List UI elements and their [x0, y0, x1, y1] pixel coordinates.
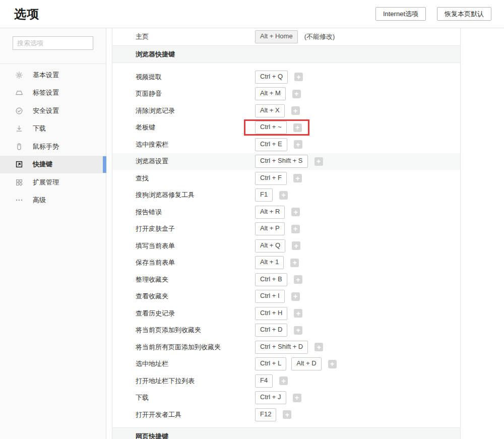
- sidebar-item-3[interactable]: 下载: [0, 120, 106, 138]
- add-shortcut-button[interactable]: +: [291, 292, 300, 301]
- shortcut-key-badge[interactable]: Alt + R: [255, 206, 285, 219]
- shortcut-row: 将当前页添加到收藏夹Ctrl + D+: [112, 322, 460, 339]
- shortcut-row: 打开开发者工具F12+: [112, 406, 460, 423]
- add-shortcut-button[interactable]: +: [294, 309, 302, 318]
- header-buttons: Internet选项 恢复本页默认: [375, 7, 491, 21]
- shortcut-key-badge[interactable]: Ctrl + Q: [255, 71, 288, 84]
- shortcut-arrow-icon: [15, 160, 23, 168]
- sidebar-item-0[interactable]: 基本设置: [0, 66, 106, 84]
- add-shortcut-button[interactable]: +: [294, 73, 303, 81]
- sidebar-item-7[interactable]: 高级: [0, 192, 106, 210]
- shortcut-key-badge[interactable]: F4: [255, 374, 273, 388]
- shortcut-row: 填写当前表单Alt + Q+: [112, 237, 460, 255]
- add-shortcut-button[interactable]: +: [293, 174, 302, 182]
- add-shortcut-button[interactable]: +: [293, 394, 301, 402]
- shortcut-label: 浏览器设置: [136, 157, 255, 166]
- sidebar-item-label: 标签设置: [33, 88, 59, 97]
- shortcut-key-badge[interactable]: Ctrl + ~: [255, 121, 287, 134]
- shortcut-key-badge[interactable]: Alt + Q: [255, 239, 285, 253]
- add-shortcut-button[interactable]: +: [314, 343, 323, 351]
- sidebar-menu: 基本设置标签设置安全设置下载鼠标手势快捷键扩展管理高级: [0, 64, 106, 209]
- shortcut-label: 搜狗浏览器修复工具: [136, 191, 255, 200]
- shortcut-row: 整理收藏夹Ctrl + B+: [112, 271, 460, 288]
- shortcut-label: 将当前所有页面添加到收藏夹: [136, 343, 255, 352]
- shortcut-key-badge[interactable]: F12: [255, 408, 276, 421]
- shortcut-key-badge[interactable]: Alt + M: [255, 87, 286, 100]
- sidebar-item-label: 快捷键: [33, 160, 52, 169]
- sidebar-search-area: [0, 28, 106, 64]
- add-shortcut-button[interactable]: +: [291, 208, 300, 216]
- shortcut-label: 将当前页添加到收藏夹: [136, 326, 255, 335]
- add-shortcut-button[interactable]: +: [290, 259, 299, 267]
- shortcut-key-badge[interactable]: Alt + 1: [255, 256, 284, 269]
- sidebar-item-2[interactable]: 安全设置: [0, 102, 106, 120]
- sidebar-item-label: 下载: [33, 124, 46, 133]
- add-shortcut-button[interactable]: +: [292, 241, 300, 250]
- ellipsis-icon: [15, 196, 23, 204]
- shortcut-key-badge[interactable]: Ctrl + D: [255, 324, 287, 337]
- section-header-web-shortcuts: 网页快捷键: [112, 427, 460, 439]
- shortcut-key-badge[interactable]: Alt + P: [255, 222, 285, 235]
- shortcut-row: 搜狗浏览器修复工具F1+: [112, 187, 460, 204]
- page-header: 选项 Internet选项 恢复本页默认: [0, 0, 504, 28]
- mouse-icon: [15, 143, 23, 151]
- add-shortcut-button[interactable]: +: [279, 377, 288, 385]
- add-shortcut-button[interactable]: +: [279, 191, 288, 200]
- sidebar-item-label: 安全设置: [33, 106, 59, 115]
- shortcut-label: 视频提取: [136, 73, 255, 82]
- shortcut-label: 查看收藏夹: [136, 292, 255, 301]
- shortcut-key-badge[interactable]: F1: [255, 189, 273, 202]
- gear-icon: [15, 71, 23, 79]
- add-shortcut-button[interactable]: +: [292, 90, 301, 98]
- shortcut-key-badge[interactable]: Ctrl + E: [255, 138, 287, 151]
- sidebar-item-4[interactable]: 鼠标手势: [0, 138, 106, 156]
- shortcut-label: 打开地址栏下拉列表: [136, 377, 255, 386]
- shortcut-row: 下载Ctrl + J+: [112, 390, 460, 407]
- sidebar-item-6[interactable]: 扩展管理: [0, 173, 106, 192]
- shortcut-label: 报告错误: [136, 208, 255, 217]
- add-shortcut-button[interactable]: +: [293, 123, 302, 132]
- sidebar-item-label: 基本设置: [33, 71, 59, 80]
- section-header-browser-shortcuts: 浏览器快捷键: [112, 45, 460, 63]
- shortcut-label: 页面静音: [136, 89, 255, 98]
- page-title: 选项: [14, 6, 39, 22]
- add-shortcut-button[interactable]: +: [328, 360, 337, 368]
- add-shortcut-button[interactable]: +: [291, 106, 300, 115]
- internet-options-button[interactable]: Internet选项: [375, 7, 426, 21]
- shortcut-row: 页面静音Alt + M+: [112, 86, 460, 103]
- sidebar-item-label: 扩展管理: [33, 178, 59, 187]
- shortcut-label: 选中搜索栏: [136, 140, 255, 149]
- add-shortcut-button[interactable]: +: [314, 157, 323, 166]
- shortcut-key-badge[interactable]: Ctrl + Shift + D: [255, 341, 308, 354]
- add-shortcut-button[interactable]: +: [294, 326, 302, 335]
- shortcut-label: 填写当前表单: [136, 241, 255, 250]
- add-shortcut-button[interactable]: +: [291, 225, 300, 233]
- shortcut-key-badge[interactable]: Ctrl + F: [255, 172, 287, 185]
- restore-defaults-button[interactable]: 恢复本页默认: [437, 7, 491, 21]
- shortcut-key-badge[interactable]: Alt + X: [255, 104, 285, 117]
- shortcut-key-badge[interactable]: Ctrl + L: [255, 357, 286, 370]
- shortcut-label: 打开开发者工具: [136, 410, 255, 419]
- add-shortcut-button[interactable]: +: [294, 140, 302, 149]
- shortcut-rows: 视频提取Ctrl + Q+页面静音Alt + M+清除浏览记录Alt + X+老…: [112, 63, 460, 427]
- shortcut-key-badge[interactable]: Ctrl + I: [255, 290, 285, 303]
- shortcut-row: 报告错误Alt + R+: [112, 204, 460, 221]
- extensions-grid-icon: [15, 178, 23, 186]
- shortcut-label: 下载: [136, 393, 255, 402]
- sidebar-item-5[interactable]: 快捷键: [0, 156, 106, 174]
- shortcut-key-badge[interactable]: Ctrl + Shift + S: [255, 155, 308, 168]
- home-shortcut-row: 主页 Alt + Home (不能修改): [112, 28, 460, 45]
- search-input[interactable]: [13, 36, 93, 50]
- add-shortcut-button[interactable]: +: [283, 410, 291, 419]
- shortcut-label: 查看历史记录: [136, 309, 255, 318]
- add-shortcut-button[interactable]: +: [294, 275, 302, 284]
- shortcut-key-badge[interactable]: Ctrl + B: [255, 273, 287, 286]
- download-icon: [15, 124, 23, 133]
- shortcut-row: 浏览器设置Ctrl + Shift + S+: [112, 153, 460, 170]
- shortcut-key-badge[interactable]: Ctrl + H: [255, 307, 287, 320]
- sidebar-item-1[interactable]: 标签设置: [0, 84, 106, 102]
- shortcut-key-badge[interactable]: Ctrl + J: [255, 391, 286, 404]
- shortcut-label: 保存当前表单: [136, 258, 255, 267]
- shortcut-key-badge[interactable]: Alt + D: [291, 357, 321, 370]
- shortcut-row: 查找Ctrl + F+: [112, 170, 460, 187]
